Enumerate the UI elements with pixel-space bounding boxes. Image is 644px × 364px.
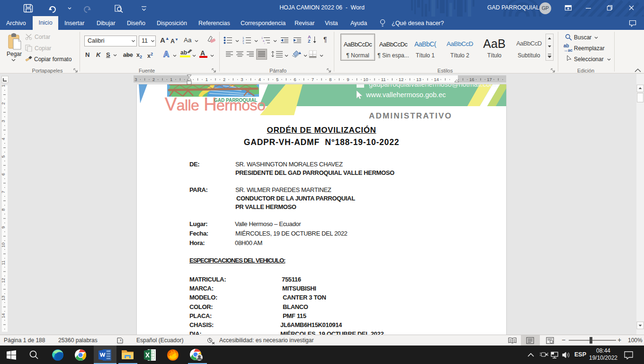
svg-text:3: 3 (134, 77, 137, 82)
svg-text:x: x (120, 338, 122, 342)
svg-text:3: 3 (242, 42, 244, 45)
svg-text:14: 14 (434, 77, 439, 82)
svg-text:3: 3 (0, 120, 6, 122)
svg-text:i: i (264, 42, 265, 45)
svg-text:13: 13 (0, 296, 6, 301)
svg-text:2: 2 (0, 102, 6, 105)
svg-text:17: 17 (487, 77, 492, 82)
svg-text:7: 7 (312, 77, 314, 82)
svg-text:13: 13 (416, 77, 421, 82)
svg-text:1: 1 (0, 84, 6, 87)
svg-text:11: 11 (0, 260, 6, 265)
svg-text:12: 12 (0, 278, 6, 283)
svg-text:14: 14 (0, 313, 6, 318)
svg-text:1: 1 (170, 77, 172, 82)
svg-text:3: 3 (241, 77, 243, 82)
svg-text:5: 5 (276, 77, 278, 82)
svg-text:10: 10 (363, 77, 368, 82)
svg-text:12: 12 (399, 77, 404, 82)
svg-text:1: 1 (206, 77, 208, 82)
svg-text:www.vallehermoso.gob.ec: www.vallehermoso.gob.ec (366, 91, 446, 99)
svg-text:10: 10 (0, 243, 6, 248)
svg-text:9: 9 (347, 77, 349, 82)
svg-text:16: 16 (469, 77, 474, 82)
svg-text:gadparroquialvallehermoso@hotm: gadparroquialvallehermoso@hotmail.com (369, 84, 496, 88)
svg-text:11: 11 (381, 77, 386, 82)
svg-text:2: 2 (152, 77, 155, 82)
svg-text:5: 5 (0, 155, 6, 158)
svg-text:2: 2 (223, 77, 225, 82)
svg-text:4: 4 (0, 137, 6, 140)
svg-text:6: 6 (0, 173, 6, 175)
svg-text:8: 8 (329, 77, 331, 82)
svg-text:7: 7 (0, 191, 6, 193)
svg-text:8: 8 (0, 209, 6, 211)
svg-text:6: 6 (294, 77, 296, 82)
svg-text:9: 9 (0, 226, 6, 228)
svg-text:4: 4 (259, 77, 261, 82)
